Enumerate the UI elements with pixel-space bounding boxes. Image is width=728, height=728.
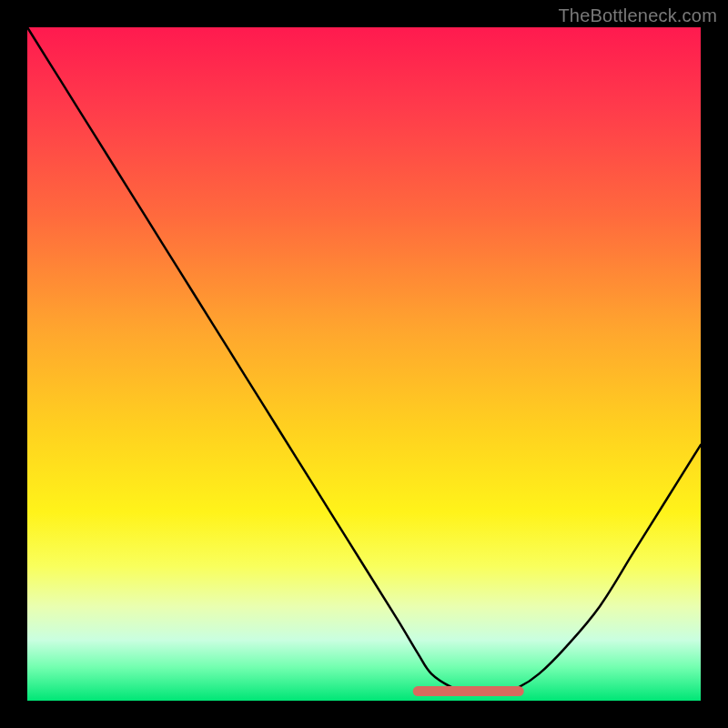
- watermark-label: TheBottleneck.com: [558, 5, 717, 26]
- main-curve: [27, 27, 701, 695]
- chart-svg: [27, 27, 701, 701]
- plot-area: [27, 27, 701, 701]
- chart-frame: TheBottleneck.com: [0, 0, 728, 728]
